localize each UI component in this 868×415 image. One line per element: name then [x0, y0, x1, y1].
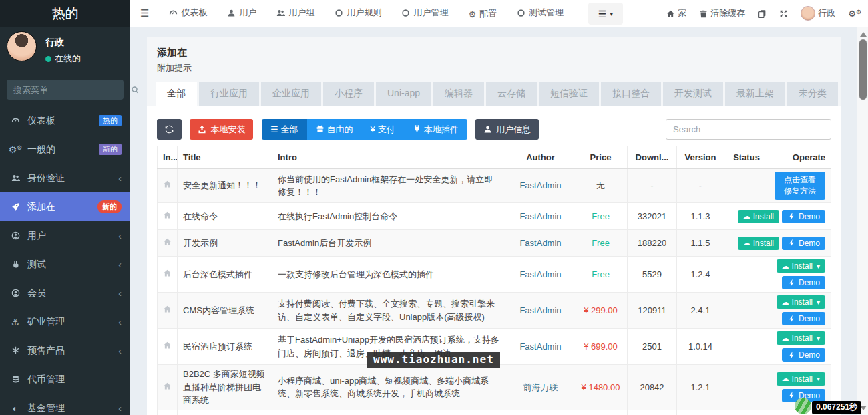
table-search-input[interactable] — [666, 119, 831, 140]
app-logo[interactable]: 热的 — [0, 0, 130, 27]
addon-downloads: - — [628, 169, 677, 203]
column-header[interactable]: Operate — [769, 146, 831, 169]
addon-price: ¥ 299.00 — [574, 293, 628, 329]
tab-行业应用[interactable]: 行业应用 — [199, 82, 259, 106]
install-dropdown-button[interactable]: ☁Install▾ — [777, 331, 825, 345]
sidebar-item[interactable]: 仪表板 热的 — [0, 106, 130, 135]
refresh-button[interactable] — [157, 119, 182, 140]
tab-短信验证[interactable]: 短信验证 — [539, 82, 599, 106]
addon-intro: 支持付费阅读、付费下载、全文搜索、专题、搜索引擎来访、自定义表单、自定义字段、U… — [272, 293, 507, 329]
install-dropdown-button[interactable]: ☁Install▾ — [777, 295, 825, 309]
column-header[interactable]: Price — [574, 146, 628, 169]
tab-企业应用[interactable]: 企业应用 — [261, 82, 321, 106]
addon-author-link[interactable]: FastAdmin — [519, 211, 561, 221]
topbar-expand[interactable] — [779, 9, 788, 18]
gear-icon: ⚙ — [468, 9, 476, 19]
tachometer-icon — [169, 9, 178, 17]
menu-badge: 新的 — [97, 200, 122, 213]
sidebar: 行政 在线的 仪表板 热的 ⚙⚙ 一般的 新的 身份验证 ‹ 添加在 新的 用户… — [0, 27, 130, 415]
sidebar-search-input[interactable] — [13, 85, 131, 95]
tab-Uni-app[interactable]: Uni-app — [376, 82, 431, 106]
addon-price: Free — [574, 230, 628, 257]
column-header[interactable]: Intro — [272, 146, 507, 169]
tab-接口整合[interactable]: 接口整合 — [601, 82, 661, 106]
top-nav-item[interactable]: 用户 — [217, 0, 266, 26]
addon-price: Free — [574, 257, 628, 293]
addon-author-link[interactable]: FastAdmin — [519, 180, 561, 190]
sidebar-item[interactable]: ◐ 基金管理 ‹ — [0, 394, 130, 415]
top-nav-item[interactable]: 用户组 — [266, 0, 324, 26]
install-button[interactable]: ☁Install — [738, 210, 779, 223]
topbar-user[interactable]: 行政 — [801, 6, 835, 21]
demo-button[interactable]: Demo — [782, 312, 825, 325]
addon-author-link[interactable]: 前海万联 — [523, 382, 558, 392]
top-nav-item[interactable]: 测试管理 — [507, 0, 574, 26]
tab-云存储[interactable]: 云存储 — [486, 82, 537, 106]
nav-more-dropdown[interactable]: ☰ ▾ — [588, 3, 623, 25]
sidebar-item-label: 基金管理 — [27, 402, 65, 414]
scroll-up-arrow-icon[interactable] — [860, 32, 867, 37]
sidebar-item[interactable]: 用户 ‹ — [0, 221, 130, 250]
users-icon — [9, 174, 22, 182]
install-dropdown-button[interactable]: ☁Install▾ — [777, 259, 825, 273]
sidebar-item[interactable]: 身份验证 ‹ — [0, 164, 130, 192]
tab-开发测试[interactable]: 开发测试 — [663, 82, 723, 106]
install-dropdown-button[interactable]: ☁Install▾ — [777, 372, 825, 386]
addons-table: In...TitleIntroAuthorPriceDownl...Versio… — [157, 146, 831, 415]
demo-button[interactable]: Demo — [782, 237, 825, 250]
column-header[interactable]: Downl... — [628, 146, 677, 169]
list-icon: ☰ — [270, 124, 278, 134]
menu-toggle-icon[interactable]: ☰ — [130, 7, 159, 19]
addon-author-link[interactable]: FastAdmin — [519, 238, 561, 248]
sidebar-item[interactable]: 添加在 新的 — [0, 192, 130, 221]
column-header[interactable]: Title — [178, 146, 272, 169]
addon-downloads: 45664 — [628, 410, 677, 415]
install-button[interactable]: ☁Install — [738, 237, 779, 250]
top-nav-item[interactable]: 用户规则 — [324, 0, 391, 26]
column-header[interactable]: Author — [507, 146, 574, 169]
sidebar-item[interactable]: ⚓ 矿业管理 ‹ — [0, 307, 130, 336]
column-header[interactable]: In... — [158, 146, 178, 169]
tab-未分类[interactable]: 未分类 — [787, 82, 838, 106]
filter-支付[interactable]: ¥支付 — [362, 119, 404, 140]
sidebar-item[interactable]: 会员 ‹ — [0, 279, 130, 307]
caret-down-icon: ▾ — [817, 375, 820, 382]
column-header[interactable]: Status — [724, 146, 769, 169]
circle-o-icon — [517, 9, 525, 17]
fix-button[interactable]: 点击查看修复方法 — [775, 172, 825, 200]
cloud-icon: ☁ — [782, 298, 789, 307]
topbar-cogs[interactable]: ⚙⚙ — [848, 9, 861, 19]
top-nav-item[interactable]: ⚙配置 — [458, 1, 507, 27]
filter-自由的[interactable]: 自由的 — [307, 119, 362, 140]
local-install-button[interactable]: 本地安装 — [190, 119, 253, 140]
column-header[interactable]: Version — [677, 146, 724, 169]
sidebar-item[interactable]: 预售产品 ‹ — [0, 336, 130, 365]
addon-author-link[interactable]: FastAdmin — [519, 341, 561, 352]
filter-全部[interactable]: ☰全部 — [262, 119, 307, 140]
tab-编辑器[interactable]: 编辑器 — [433, 82, 484, 106]
home-icon — [163, 341, 172, 350]
sidebar-item[interactable]: ⚙⚙ 一般的 新的 — [0, 135, 130, 164]
demo-button[interactable]: Demo — [782, 348, 825, 362]
tab-全部[interactable]: 全部 — [156, 82, 197, 106]
addon-author-link[interactable]: FastAdmin — [519, 305, 561, 315]
topbar-home[interactable]: 家 — [666, 7, 686, 19]
sidebar-item[interactable]: 测试 ‹ — [0, 250, 130, 279]
demo-button[interactable]: Demo — [782, 210, 825, 223]
topbar-copy[interactable] — [758, 9, 767, 18]
userinfo-button[interactable]: 用户信息 — [475, 119, 539, 140]
addon-author-link[interactable]: FastAdmin — [519, 269, 561, 279]
demo-button[interactable]: Demo — [782, 276, 825, 289]
addon-price: 无 — [574, 169, 628, 203]
avatar[interactable] — [7, 31, 37, 61]
scrollbar-thumb[interactable] — [859, 39, 867, 100]
user-status: 在线的 — [55, 53, 81, 65]
topbar-trash[interactable]: 清除缓存 — [699, 7, 745, 19]
filter-本地插件[interactable]: 本地插件 — [404, 119, 467, 140]
vertical-scrollbar[interactable] — [857, 27, 868, 415]
tab-小程序[interactable]: 小程序 — [323, 82, 374, 106]
sidebar-item[interactable]: 代币管理 — [0, 365, 130, 394]
top-nav-item[interactable]: 用户管理 — [391, 0, 458, 26]
top-nav-item[interactable]: 仪表板 — [159, 0, 217, 26]
tab-最新上架[interactable]: 最新上架 — [725, 82, 785, 106]
